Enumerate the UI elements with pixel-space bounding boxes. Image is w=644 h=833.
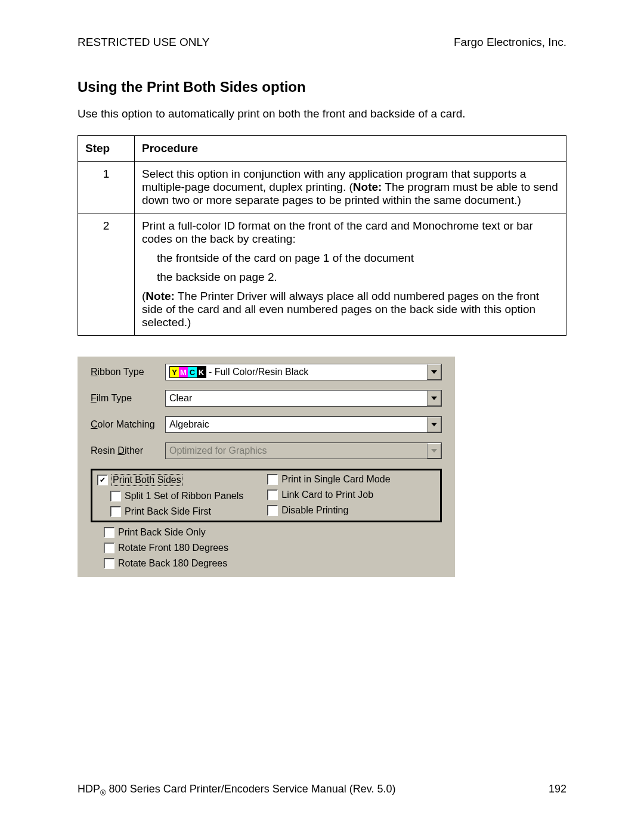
label-text: ilm Type bbox=[97, 393, 132, 403]
label-text: Link Card to Print Job bbox=[281, 490, 373, 500]
accel-char: F bbox=[91, 393, 97, 403]
registered-icon: ® bbox=[100, 788, 106, 797]
chevron-down-icon[interactable] bbox=[427, 391, 441, 406]
chevron-down-icon[interactable] bbox=[427, 417, 441, 432]
footer-left: HDP® 800 Series Card Printer/Encoders Se… bbox=[78, 783, 396, 797]
print-back-side-first-checkbox[interactable]: Print Back Side First bbox=[110, 506, 243, 517]
accel-char: P bbox=[113, 475, 119, 485]
combo-value: Optimized for Graphics bbox=[166, 443, 427, 459]
table-row: 2 Print a full-color ID format on the fr… bbox=[78, 213, 566, 336]
note-label: Note: bbox=[145, 290, 175, 302]
rotate-front-180-checkbox[interactable]: Rotate Front 180 Degrees bbox=[104, 543, 442, 553]
label-text: Print in Single Card Mode bbox=[281, 474, 390, 485]
step-number: 2 bbox=[78, 213, 135, 336]
ymck-y: Y bbox=[170, 367, 179, 377]
accel-char: a bbox=[133, 558, 138, 568]
resin-dither-label: Resin Dither bbox=[91, 445, 165, 456]
checkbox-icon bbox=[104, 558, 114, 569]
proc-text: The Printer Driver will always place all… bbox=[142, 290, 539, 329]
split-ribbon-panels-checkbox[interactable]: Split 1 Set of Ribbon Panels bbox=[110, 491, 243, 501]
checkbox-icon bbox=[104, 527, 114, 538]
combo-value: Clear bbox=[166, 391, 427, 406]
footer-text: HDP bbox=[78, 783, 100, 795]
combo-value: Algebraic bbox=[166, 417, 427, 432]
label-text: ack Side Only bbox=[147, 527, 206, 537]
ymck-m: M bbox=[179, 367, 188, 377]
print-back-side-only-checkbox[interactable]: Print Back Side Only bbox=[104, 527, 442, 538]
footer-text: 800 Series Card Printer/Encoders Service… bbox=[106, 783, 396, 795]
label-text: Front 180 Degrees bbox=[146, 543, 228, 553]
label-text: olor Matching bbox=[98, 419, 155, 429]
label-text: Rotat bbox=[118, 543, 141, 553]
chevron-down-icon[interactable] bbox=[427, 364, 441, 380]
ribbon-type-label: Ribbon Type bbox=[91, 367, 165, 377]
film-type-combobox[interactable]: Clear bbox=[165, 390, 442, 407]
checkbox-icon bbox=[267, 505, 278, 516]
header-left: RESTRICTED USE ONLY bbox=[78, 36, 209, 49]
accel-char: S bbox=[125, 491, 131, 501]
col-procedure: Procedure bbox=[135, 136, 566, 162]
label-text: rint Both Sides bbox=[119, 475, 181, 485]
proc-bullet: the backside on page 2. bbox=[142, 271, 559, 284]
step-procedure: Select this option in conjunction with a… bbox=[135, 162, 566, 213]
proc-bullet: the frontside of the card on page 1 of t… bbox=[142, 252, 559, 265]
label-text: ibbon Type bbox=[98, 367, 144, 377]
col-step: Step bbox=[78, 136, 135, 162]
step-procedure: Print a full-color ID format on the fron… bbox=[135, 213, 566, 336]
checkbox-icon bbox=[267, 474, 278, 485]
checkbox-icon bbox=[104, 543, 114, 553]
rotate-back-180-checkbox[interactable]: Rotate Back 180 Degrees bbox=[104, 558, 442, 569]
combo-value: Y M C K - Full Color/Resin Black bbox=[166, 364, 427, 380]
checkbox-icon bbox=[110, 506, 121, 517]
accel-char: R bbox=[91, 367, 98, 377]
header-right: Fargo Electronics, Inc. bbox=[454, 36, 566, 49]
accel-char: D bbox=[281, 505, 289, 515]
proc-text: Print a full-color ID format on the fron… bbox=[142, 219, 559, 246]
section-intro: Use this option to automatically print o… bbox=[78, 107, 566, 120]
step-number: 1 bbox=[78, 162, 135, 213]
accel-char: e bbox=[141, 543, 146, 553]
checkbox-icon: ✔ bbox=[97, 475, 108, 485]
print-single-card-mode-checkbox[interactable]: Print in Single Card Mode bbox=[267, 474, 390, 485]
highlighted-group: ✔ Print Both Sides Split 1 Set of Ribbon… bbox=[91, 469, 442, 522]
label-text: Rot bbox=[118, 558, 133, 568]
accel-char: D bbox=[117, 445, 125, 456]
color-matching-combobox[interactable]: Algebraic bbox=[165, 416, 442, 433]
note-label: Note: bbox=[353, 181, 382, 193]
film-type-label: Film Type bbox=[91, 393, 165, 404]
accel-char: B bbox=[140, 527, 147, 537]
checkbox-icon bbox=[267, 490, 278, 500]
page-number: 192 bbox=[549, 783, 566, 797]
table-row: 1 Select this option in conjunction with… bbox=[78, 162, 566, 213]
accel-char: C bbox=[91, 419, 98, 429]
section-title: Using the Print Both Sides option bbox=[78, 79, 566, 95]
disable-printing-checkbox[interactable]: Disable Printing bbox=[267, 505, 390, 516]
procedure-table: Step Procedure 1 Select this option in c… bbox=[78, 135, 566, 336]
checkbox-icon bbox=[110, 491, 121, 501]
label-text: plit 1 Set of Ribbon Panels bbox=[131, 491, 244, 501]
label-text: Print Back Side bbox=[125, 506, 193, 516]
ymck-k: K bbox=[197, 367, 206, 377]
chevron-down-icon bbox=[427, 443, 441, 459]
ymck-swatch-icon: Y M C K bbox=[169, 366, 206, 378]
printer-options-dialog: Ribbon Type Y M C K - Full Color/Resin B… bbox=[78, 357, 455, 577]
link-card-to-print-job-checkbox[interactable]: Link Card to Print Job bbox=[267, 490, 390, 500]
label-text: te Back 180 Degrees bbox=[138, 558, 227, 568]
ribbon-type-combobox[interactable]: Y M C K - Full Color/Resin Black bbox=[165, 364, 442, 380]
label-text: irst bbox=[199, 506, 211, 516]
combo-text: - Full Color/Resin Black bbox=[209, 367, 308, 377]
label-text: ither bbox=[125, 445, 143, 456]
ymck-c: C bbox=[188, 367, 197, 377]
label-text: Resin bbox=[91, 445, 117, 456]
accel-char: F bbox=[193, 506, 199, 516]
label-text: Print bbox=[118, 527, 140, 537]
resin-dither-combobox: Optimized for Graphics bbox=[165, 442, 442, 459]
label-text: isable Printing bbox=[289, 505, 349, 515]
color-matching-label: Color Matching bbox=[91, 419, 165, 430]
print-both-sides-checkbox[interactable]: ✔ Print Both Sides bbox=[97, 474, 243, 486]
